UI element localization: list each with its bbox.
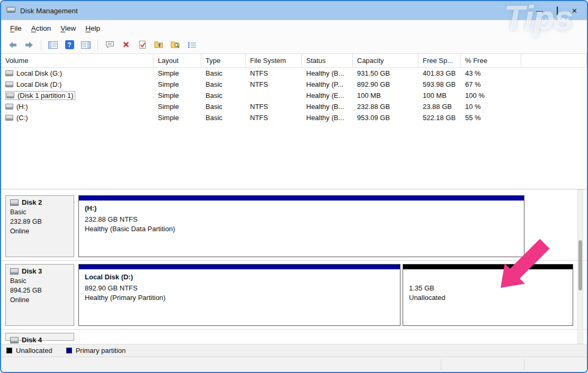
column-header-file-system[interactable]: File System [246,54,302,67]
disk-3-row: Disk 3 Basic 894.25 GB Online Local Disk… [1,261,587,330]
help-button[interactable]: ? [62,38,77,52]
disk-2-row: Disk 2 Basic 232.89 GB Online (H:) 232.8… [1,192,587,261]
unallocated-swatch [6,348,12,353]
legend-primary-partition: Primary partition [66,347,126,354]
primary-partition-swatch [66,348,72,353]
volume-list-pane: Volume Layout Type File System Status Ca… [1,54,587,189]
disk-drive-icon [10,199,19,206]
graphical-view-pane: Disk 2 Basic 232.89 GB Online (H:) 232.8… [1,189,587,344]
console-tree-icon [48,41,58,49]
column-header-status[interactable]: Status [302,54,353,67]
window-controls: — ✕ [536,7,582,14]
title-bar: Disk Management — ✕ [1,1,587,20]
status-separator [524,359,524,370]
volume-disk-icon [5,81,13,87]
column-header-pct-free[interactable]: % Free [461,54,521,67]
action-pane-icon [81,41,91,49]
folder-up-icon [154,41,164,49]
details-list-button[interactable] [184,38,199,52]
explore-folder-icon [171,41,181,49]
menu-view[interactable]: View [56,22,81,34]
toolbar: ? ✕ [1,36,587,54]
column-header-filler [521,54,587,67]
volume-disk-icon [5,104,13,110]
forward-icon [24,41,34,49]
close-button[interactable]: ✕ [572,7,577,14]
back-button[interactable] [5,38,20,52]
volume-disk-icon [5,115,13,121]
disk-2-info-panel[interactable]: Disk 2 Basic 232.89 GB Online [5,195,74,257]
vertical-scrollbar[interactable] [577,189,583,344]
volume-row-selected[interactable]: (Disk 1 partition 1) Simple Basic Health… [1,90,587,101]
delete-button[interactable]: ✕ [119,38,133,52]
delete-icon: ✕ [122,40,129,50]
maximize-button[interactable] [557,7,558,14]
column-header-layout[interactable]: Layout [154,54,201,67]
scrollbar-thumb[interactable] [578,240,582,290]
check-document-icon [139,40,147,49]
menu-file[interactable]: File [5,22,26,34]
unallocated-strip [403,265,573,269]
folder-up-button[interactable] [152,38,166,52]
details-list-icon [188,41,197,49]
primary-partition-strip [79,265,400,269]
disk-drive-icon [10,337,19,343]
status-bar [1,357,587,372]
legend-unallocated: Unallocated [6,347,52,354]
forward-button[interactable] [22,38,37,52]
column-header-volume[interactable]: Volume [1,54,154,67]
disk-4-info-panel[interactable]: Disk 4 [5,333,74,341]
disk-4-row: Disk 4 [1,330,587,344]
partition-h[interactable]: (H:) 232.88 GB NTFS Healthy (Basic Data … [78,195,524,257]
disk-3-graph: Local Disk (D:) 892.90 GB NTFS Healthy (… [78,264,573,326]
disk-2-graph: (H:) 232.88 GB NTFS Healthy (Basic Data … [78,195,573,257]
status-separator [441,359,441,370]
menu-bar: File Action View Help [1,20,587,36]
unallocated-space[interactable]: 1.35 GB Unallocated [403,264,573,326]
volume-row[interactable]: (C:) Simple Basic NTFS Healthy (B... 953… [1,112,587,123]
column-header-free-space[interactable]: Free Sp... [418,54,461,67]
menu-action[interactable]: Action [26,22,56,34]
selection-focus-box: (Disk 1 partition 1) [5,91,75,100]
column-header-type[interactable]: Type [201,54,246,67]
dialog-bubble-icon [105,41,114,49]
toolbar-separator [41,40,41,50]
action-pane-button[interactable] [78,38,93,52]
explore-folder-button[interactable] [168,38,183,52]
app-drive-icon [6,6,16,16]
volume-list-header: Volume Layout Type File System Status Ca… [1,54,587,68]
back-icon [8,41,17,49]
legend-bar: Unallocated Primary partition [1,344,587,357]
minimize-button[interactable]: — [536,7,543,14]
column-header-capacity[interactable]: Capacity [353,54,418,67]
disk-management-window: Disk Management — ✕ File Action View Hel… [0,0,588,373]
dialog-button[interactable] [102,38,117,52]
help-icon: ? [65,40,74,49]
volume-row[interactable]: Local Disk (G:) Simple Basic NTFS Health… [1,68,587,79]
menu-help[interactable]: Help [81,22,105,34]
partition-d[interactable]: Local Disk (D:) 892.90 GB NTFS Healthy (… [78,264,400,326]
volume-row[interactable]: (H:) Simple Basic NTFS Healthy (B... 232… [1,101,587,112]
volume-disk-icon [5,70,13,76]
disk-drive-icon [10,268,19,275]
primary-partition-strip [79,196,524,201]
check-document-button[interactable] [135,38,150,52]
window-title: Disk Management [20,7,78,15]
maximize-icon [557,6,558,15]
volume-row[interactable]: Local Disk (D:) Simple Basic NTFS Health… [1,79,587,90]
volume-disk-icon [6,93,14,98]
disk-3-info-panel[interactable]: Disk 3 Basic 894.25 GB Online [5,264,74,326]
toolbar-separator [97,40,98,50]
console-tree-button[interactable] [46,38,60,52]
